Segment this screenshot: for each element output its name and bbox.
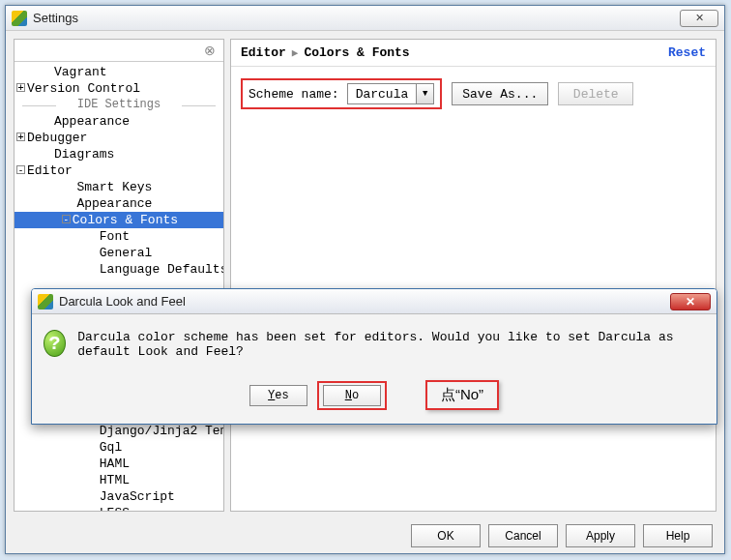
settings-tree-pane: ⊗ Vagrant+Version ControlIDE Settings Ap…: [14, 39, 224, 512]
dialog-message: Darcula color scheme has been set for ed…: [77, 330, 705, 359]
cancel-button[interactable]: Cancel: [488, 524, 558, 547]
dialog-footer: OK Cancel Apply Help: [6, 519, 724, 552]
tree-item[interactable]: JavaScript: [15, 488, 223, 505]
tree-item[interactable]: HTML: [15, 472, 223, 488]
expand-icon[interactable]: +: [16, 133, 25, 141]
save-as-button[interactable]: Save As...: [452, 82, 548, 105]
dialog-titlebar: Darcula Look and Feel ✕: [32, 289, 716, 314]
breadcrumb-part: Colors & Fonts: [304, 45, 409, 60]
search-input[interactable]: [18, 42, 200, 59]
breadcrumb: Editor ▶ Colors & Fonts Reset: [231, 40, 716, 67]
delete-button: Delete: [558, 82, 633, 105]
expand-icon[interactable]: +: [16, 83, 25, 92]
scheme-name-label: Scheme name:: [249, 87, 339, 102]
apply-button[interactable]: Apply: [566, 524, 635, 547]
window-close-button[interactable]: ✕: [680, 10, 718, 27]
tree-item[interactable]: HAML: [15, 456, 223, 472]
tree-item[interactable]: Appearance: [15, 113, 223, 130]
tree-item[interactable]: Diagrams: [15, 146, 223, 162]
reset-link[interactable]: Reset: [668, 45, 706, 60]
tree-item[interactable]: Smart Keys: [15, 179, 223, 195]
content-area: ⊗ Vagrant+Version ControlIDE Settings Ap…: [6, 31, 724, 519]
app-icon: [12, 11, 27, 26]
tree-item[interactable]: LESS: [15, 505, 223, 511]
ok-button[interactable]: OK: [411, 524, 481, 547]
chevron-down-icon[interactable]: ▼: [416, 84, 433, 103]
tree-item[interactable]: General: [15, 245, 223, 261]
scheme-highlight: Scheme name: Darcula ▼: [241, 78, 442, 109]
annotation-click-no: 点“No”: [425, 380, 499, 410]
help-button[interactable]: Help: [643, 524, 713, 547]
editor-colors-fonts-pane: Editor ▶ Colors & Fonts Reset Scheme nam…: [230, 39, 716, 512]
scheme-name-combo[interactable]: Darcula ▼: [347, 83, 435, 104]
tree-item[interactable]: Gql: [15, 439, 223, 456]
settings-tree[interactable]: Vagrant+Version ControlIDE Settings Appe…: [15, 62, 223, 511]
window-title: Settings: [33, 11, 78, 25]
titlebar: Settings ✕: [6, 6, 724, 31]
dialog-close-button[interactable]: ✕: [670, 293, 711, 310]
dialog-buttons: Yes No 点“No”: [32, 374, 716, 424]
no-button[interactable]: No: [323, 385, 381, 406]
tree-item[interactable]: Appearance: [15, 195, 223, 212]
collapse-icon[interactable]: -: [62, 215, 71, 223]
tree-item[interactable]: +Version Control: [15, 80, 223, 97]
dialog-body: ? Darcula color scheme has been set for …: [32, 314, 716, 374]
scheme-row: Scheme name: Darcula ▼ Save As... Delete: [231, 67, 716, 121]
tree-item[interactable]: -Editor: [15, 162, 223, 179]
tree-item[interactable]: Django/Jinja2 Template: [15, 423, 223, 439]
no-highlight: No: [317, 381, 387, 410]
search-row: ⊗: [15, 40, 223, 62]
tree-item[interactable]: -Colors & Fonts: [15, 212, 223, 228]
confirm-dialog: Darcula Look and Feel ✕ ? Darcula color …: [31, 288, 717, 425]
yes-button[interactable]: Yes: [249, 385, 307, 406]
chevron-right-icon: ▶: [292, 46, 299, 59]
tree-item[interactable]: +Debugger: [15, 130, 223, 146]
clear-search-icon[interactable]: ⊗: [200, 43, 219, 58]
question-icon: ?: [44, 330, 66, 357]
tree-item[interactable]: Vagrant: [15, 64, 223, 80]
breadcrumb-part: Editor: [241, 45, 286, 60]
tree-item[interactable]: Language Defaults: [15, 261, 223, 278]
settings-window: Settings ✕ ⊗ Vagrant+Version ControlIDE …: [5, 5, 725, 554]
app-icon: [38, 294, 53, 309]
dialog-title: Darcula Look and Feel: [59, 294, 186, 309]
tree-item[interactable]: Font: [15, 228, 223, 245]
tree-separator: IDE Settings: [15, 97, 223, 113]
scheme-name-value: Darcula: [348, 87, 417, 102]
collapse-icon[interactable]: -: [16, 165, 25, 174]
